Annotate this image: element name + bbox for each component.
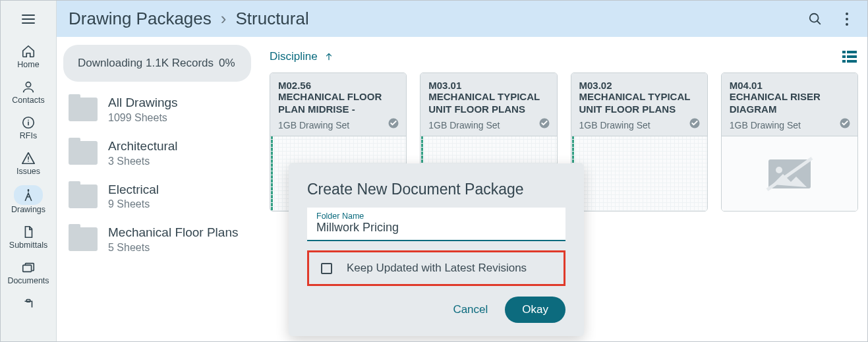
svg-point-2 <box>28 189 30 191</box>
nav-item-submittals[interactable]: Submittals <box>1 217 56 253</box>
search-icon <box>808 12 823 26</box>
svg-point-0 <box>26 82 30 87</box>
drawing-title: MECHANICAL TYPICAL UNIT FLOOR PLANS TO… <box>428 91 548 117</box>
svg-rect-13 <box>842 60 846 63</box>
list-icon <box>842 51 857 63</box>
drawing-thumbnail <box>571 136 707 211</box>
drawing-set: 1GB Drawing Set <box>278 120 398 130</box>
app-sidebar: Home Contacts RFIs Issues Drawings Submi… <box>1 1 57 341</box>
info-icon <box>21 115 36 130</box>
nav-label: Home <box>17 60 39 69</box>
folder-name-input[interactable] <box>316 221 556 235</box>
folder-name-field[interactable]: Folder Name <box>307 208 565 241</box>
download-percent: 0% <box>219 57 235 70</box>
folder-list: All Drawings 1099 Sheets Architectural 3… <box>63 95 251 254</box>
folder-item[interactable]: Architectural 3 Sheets <box>69 138 251 167</box>
dialog-actions: Cancel Okay <box>307 297 565 323</box>
download-status-text: Downloading 1.1K Records <box>78 57 214 70</box>
compass-icon <box>21 188 36 202</box>
okay-button[interactable]: Okay <box>505 297 565 323</box>
folder-icon <box>69 141 98 165</box>
nav-item-more[interactable] <box>1 289 56 312</box>
create-package-dialog: Create New Document Package Folder Name … <box>289 163 584 336</box>
drawing-set: 1GB Drawing Set <box>579 120 699 130</box>
svg-rect-14 <box>847 60 857 63</box>
folder-name: All Drawings <box>108 95 178 111</box>
warning-icon <box>21 151 36 165</box>
folder-count: 3 Sheets <box>108 156 178 167</box>
clipboard-icon <box>21 299 36 308</box>
person-icon <box>21 80 36 94</box>
nav-item-contacts[interactable]: Contacts <box>1 72 56 108</box>
folder-icon <box>69 185 98 208</box>
drawing-code: M02.56 <box>278 80 398 91</box>
folder-item[interactable]: All Drawings 1099 Sheets <box>69 95 251 124</box>
nav-label: Submittals <box>9 241 47 250</box>
field-label: Folder Name <box>316 212 556 221</box>
download-status: Downloading 1.1K Records 0% <box>63 45 251 82</box>
more-menu-button[interactable] <box>838 11 855 28</box>
nav-item-rfis[interactable]: RFIs <box>1 108 56 144</box>
breadcrumb-current: Structural <box>235 9 308 29</box>
drawing-card[interactable]: M03.02 MECHANICAL TYPICAL UNIT FLOOR PLA… <box>571 72 708 212</box>
nav-item-drawings[interactable]: Drawings <box>1 179 56 217</box>
folder-name: Mechanical Floor Plans <box>108 225 238 241</box>
keep-updated-option[interactable]: Keep Updated with Latest Revisions <box>307 250 565 286</box>
drawing-title: MECHANICAL TYPICAL UNIT FLOOR PLANS TO… <box>579 91 699 117</box>
svg-point-7 <box>846 18 848 20</box>
checkbox-icon[interactable] <box>321 263 332 274</box>
folder-stack-icon <box>21 260 36 275</box>
folder-count: 1099 Sheets <box>108 112 178 124</box>
folder-icon <box>69 98 98 121</box>
verified-icon <box>538 117 550 129</box>
verified-icon <box>689 117 701 129</box>
svg-rect-3 <box>23 265 32 271</box>
list-view-toggle[interactable] <box>841 48 858 65</box>
drawing-card[interactable]: M04.01 ECHANICAL RISER DIAGRAM 1GB Drawi… <box>721 72 858 212</box>
no-image-icon <box>763 154 816 194</box>
svg-rect-4 <box>26 300 30 302</box>
verified-icon <box>839 117 851 129</box>
nav-item-home[interactable]: Home <box>1 37 56 72</box>
drawing-code: M03.02 <box>579 80 699 91</box>
drawing-code: M03.01 <box>428 80 548 91</box>
sort-control[interactable]: Discipline <box>270 50 333 63</box>
drawing-title: ECHANICAL RISER DIAGRAM <box>730 91 850 117</box>
verified-icon <box>388 117 399 129</box>
nav-label: Drawings <box>11 205 45 214</box>
menu-toggle-button[interactable] <box>1 1 56 37</box>
dialog-title: Create New Document Package <box>307 181 565 198</box>
folder-panel: Downloading 1.1K Records 0% All Drawings… <box>57 37 258 341</box>
header-actions <box>807 11 855 28</box>
svg-point-6 <box>846 13 848 15</box>
drawing-set: 1GB Drawing Set <box>428 120 548 130</box>
svg-rect-12 <box>847 55 857 58</box>
sort-row: Discipline <box>270 45 858 69</box>
folder-count: 9 Sheets <box>108 198 159 210</box>
drawing-code: M04.01 <box>730 80 850 91</box>
cancel-button[interactable]: Cancel <box>453 303 488 316</box>
drawing-set: 1GB Drawing Set <box>730 120 850 130</box>
hamburger-icon <box>20 11 36 27</box>
arrow-up-icon <box>324 52 333 61</box>
nav-label: Documents <box>7 276 49 285</box>
breadcrumb-root[interactable]: Drawing Packages <box>69 9 212 29</box>
folder-name: Electrical <box>108 182 159 198</box>
folder-name: Architectural <box>108 138 178 154</box>
nav-item-documents[interactable]: Documents <box>1 253 56 289</box>
breadcrumb: Drawing Packages › Structural <box>69 9 309 29</box>
svg-point-8 <box>846 23 848 26</box>
svg-rect-9 <box>842 51 846 53</box>
folder-icon <box>69 227 98 251</box>
folder-item[interactable]: Mechanical Floor Plans 5 Sheets <box>69 225 251 254</box>
folder-item[interactable]: Electrical 9 Sheets <box>69 182 251 211</box>
folder-count: 5 Sheets <box>108 242 238 254</box>
search-button[interactable] <box>807 11 824 28</box>
checkbox-label: Keep Updated with Latest Revisions <box>347 262 527 275</box>
svg-rect-10 <box>847 51 857 53</box>
nav-label: Contacts <box>12 96 44 105</box>
nav-item-issues[interactable]: Issues <box>1 144 56 179</box>
kebab-icon <box>845 12 849 26</box>
nav-label: Issues <box>16 167 40 176</box>
svg-rect-11 <box>842 55 846 58</box>
